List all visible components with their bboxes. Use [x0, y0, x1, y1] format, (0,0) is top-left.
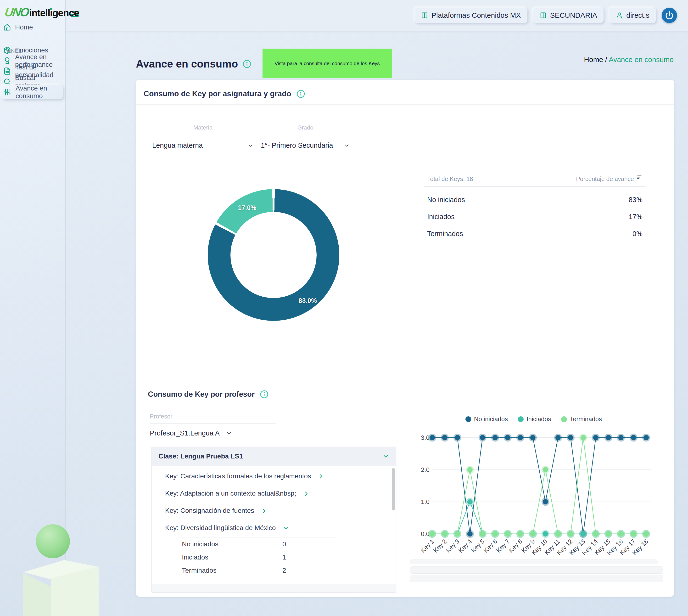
data-point[interactable]: Terminados · Key 11: 0	[555, 531, 561, 536]
key-item[interactable]: Key: Adaptación a un contexto actual&nbs…	[152, 485, 396, 502]
data-point[interactable]: No iniciados · Key 7: 3	[505, 435, 510, 440]
data-point[interactable]: Iniciados · Key 4: 1	[467, 499, 473, 504]
data-point[interactable]: No iniciados · Key 16: 3	[618, 435, 624, 440]
sidebar-item-avance-en-consumo[interactable]: Avance en consumo	[2, 85, 63, 99]
data-point[interactable]: No iniciados · Key 12: 3	[568, 435, 573, 440]
data-point[interactable]: Terminados · Key 6: 0	[492, 531, 498, 536]
grado-select-control[interactable]: 1°- Primero Secundaria	[261, 141, 350, 149]
key-label: Key: Diversidad lingüistica de México	[165, 524, 276, 532]
scrollbar-thumb[interactable]	[392, 468, 395, 510]
columns-icon	[540, 12, 547, 19]
data-point[interactable]: Terminados · Key 8: 0	[518, 531, 523, 536]
topbar-button-secundaria[interactable]: SECUNDARIA	[533, 7, 604, 23]
sidebar-item-home[interactable]: Home	[3, 22, 62, 33]
materia-select-control[interactable]: Lengua materna	[152, 141, 254, 149]
class-panel-header[interactable]: Clase: Lengua Prueba LS1	[152, 447, 396, 466]
home-icon	[3, 23, 11, 31]
x-tick-label: Key 8	[507, 538, 524, 554]
profesor-value: Profesor_S1.Lengua A	[150, 429, 220, 437]
data-point[interactable]: Terminados · Key 5: 0	[480, 531, 485, 536]
chevron-right-icon	[261, 508, 268, 514]
breadcrumb-home[interactable]: Home	[584, 56, 603, 63]
donut-label-big: 83.0%	[299, 297, 317, 305]
key-stat-row: No iniciados0	[152, 537, 396, 551]
data-point[interactable]: Terminados · Key 17: 0	[631, 531, 636, 536]
data-point[interactable]: No iniciados · Key 11: 3	[555, 435, 561, 440]
table-header-right: Porcentaje de avance	[576, 175, 643, 182]
grado-select: Grado 1°- Primero Secundaria	[261, 124, 350, 149]
row-label: Iniciados	[427, 213, 455, 221]
stat-label: No iniciados	[182, 540, 282, 548]
data-point[interactable]: Terminados · Key 7: 0	[505, 531, 510, 536]
x-tick-label: Key 4	[457, 538, 473, 554]
user-icon	[616, 12, 623, 19]
sort-icon[interactable]	[636, 174, 643, 180]
table-row: Iniciados17%	[423, 213, 646, 221]
key-label: Key: Adaptación a un contexto actual&nbs…	[165, 490, 296, 497]
key-item[interactable]: Key: Diversidad lingüistica de México	[152, 519, 396, 536]
legend-item-terminados[interactable]: Terminados	[561, 415, 602, 423]
data-point[interactable]: No iniciados · Key 15: 3	[606, 435, 611, 440]
data-point[interactable]: No iniciados · Key 8: 3	[518, 435, 523, 440]
table-row: No iniciados83%	[423, 196, 646, 204]
data-point[interactable]: Terminados · Key 9: 0	[530, 531, 535, 536]
chevron-right-icon	[303, 490, 309, 497]
data-point[interactable]: No iniciados · Key 10: 1	[543, 499, 548, 504]
logo-text: intellıgence	[29, 7, 79, 19]
info-icon[interactable]	[243, 60, 251, 68]
data-point[interactable]: No iniciados · Key 14: 3	[593, 435, 598, 440]
data-point[interactable]: Terminados · Key 16: 0	[618, 531, 624, 536]
info-icon[interactable]	[260, 390, 269, 399]
data-point[interactable]: Terminados · Key 13: 3	[580, 435, 586, 440]
data-point[interactable]: No iniciados · Key 18: 3	[643, 435, 649, 440]
data-point[interactable]: Terminados · Key 15: 0	[606, 531, 611, 536]
profesor-select-control[interactable]: Profesor_S1.Lengua A	[150, 429, 232, 437]
topbar-button-plataformas-contenidos-mx[interactable]: Plataformas Contenidos MX	[414, 7, 527, 23]
sliders-icon	[4, 88, 12, 96]
topbar-actions: Plataformas Contenidos MXSECUNDARIAdirec…	[414, 7, 677, 23]
x-tick-label: Key 1	[419, 538, 436, 554]
logout-power-button[interactable]	[662, 8, 677, 23]
data-point[interactable]: Terminados · Key 18: 0	[643, 531, 649, 536]
topbar: Plataformas Contenidos MXSECUNDARIAdirec…	[66, 0, 688, 31]
data-point[interactable]: Terminados · Key 4: 2	[467, 467, 473, 472]
data-point[interactable]: Terminados · Key 3: 0	[455, 531, 460, 536]
data-point[interactable]: No iniciados · Key 3: 3	[455, 435, 460, 440]
data-point[interactable]: Terminados · Key 12: 0	[568, 531, 573, 536]
data-point[interactable]: No iniciados · Key 17: 3	[631, 435, 636, 440]
data-point[interactable]: Terminados · Key 14: 0	[593, 531, 598, 536]
stat-value: 0	[282, 540, 286, 548]
topbar-button-direct-s[interactable]: direct.s	[609, 7, 656, 23]
data-point[interactable]: No iniciados · Key 5: 3	[480, 435, 485, 440]
data-point[interactable]: No iniciados · Key 4: 0	[467, 531, 473, 536]
legend-item-iniciados[interactable]: Iniciados	[518, 415, 551, 423]
divider	[261, 134, 350, 134]
key-item[interactable]: Key: Consignación de fuentes	[152, 502, 396, 519]
data-point[interactable]: Terminados · Key 2: 0	[442, 531, 448, 536]
row-label: Terminados	[427, 230, 463, 238]
horizontal-scrollbar-track[interactable]	[410, 559, 658, 564]
data-point[interactable]: No iniciados · Key 2: 3	[442, 435, 448, 440]
stat-value: 2	[282, 567, 286, 574]
data-point[interactable]: Terminados · Key 10: 2	[543, 467, 548, 472]
data-point[interactable]: No iniciados · Key 9: 3	[530, 435, 535, 440]
data-point[interactable]: No iniciados · Key 6: 3	[492, 435, 498, 440]
line-chart: 0.01.02.03.0Key 1Key 2Key 3Key 4Key 5Key…	[410, 427, 657, 561]
divider	[150, 423, 276, 424]
cube-icon	[3, 46, 11, 54]
chevron-right-icon	[318, 473, 324, 479]
data-point[interactable]: Terminados · Key 1: 0	[430, 531, 435, 536]
x-tick-label: Key 7	[495, 538, 511, 554]
section1-title: Consumo de Key por asignatura y grado	[143, 89, 305, 98]
info-icon[interactable]	[297, 90, 305, 98]
legend-item-no-iniciados[interactable]: No iniciados	[465, 415, 508, 423]
divider	[152, 134, 254, 134]
key-item[interactable]: Key: Características formales de los reg…	[152, 467, 396, 485]
app-logo[interactable]: UNOintellıgence	[5, 5, 79, 19]
data-point[interactable]: Iniciados · Key 13: 0	[580, 531, 586, 536]
data-point[interactable]: Iniciados · Key 10: 0	[543, 531, 548, 536]
data-point[interactable]: No iniciados · Key 1: 3	[430, 435, 435, 440]
search-icon	[3, 78, 11, 86]
legend-dot	[518, 416, 524, 422]
table-row: Terminados0%	[423, 230, 646, 238]
